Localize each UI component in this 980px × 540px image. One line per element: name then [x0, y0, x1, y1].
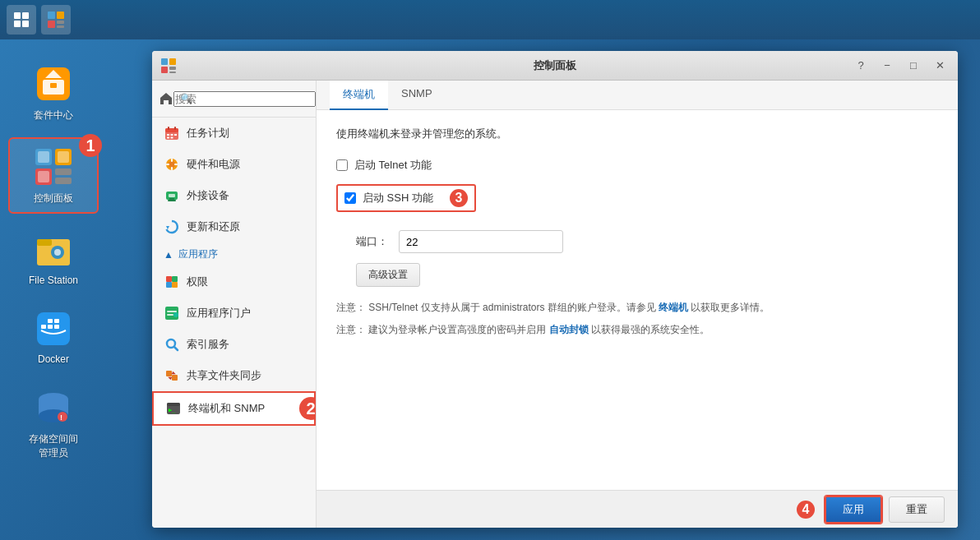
note2-text: 建议为登录帐户设置高强度的密码并启用	[368, 324, 548, 335]
ssh-row-wrapper: 启动 SSH 功能 3	[336, 184, 938, 220]
nav-item-index[interactable]: 索引服务	[152, 329, 316, 360]
bottom-bar: 4 应用 重置	[317, 490, 958, 528]
docker-label: Docker	[38, 353, 69, 365]
nav-item-portal[interactable]: 应用程序门户	[152, 298, 316, 329]
svg-rect-45	[167, 134, 169, 136]
file-station-icon	[32, 228, 75, 271]
port-label: 端口：	[356, 234, 389, 249]
sync-icon	[164, 367, 180, 384]
note2-prefix: 注意：	[336, 324, 366, 335]
svg-line-70	[174, 347, 178, 350]
svg-rect-29	[48, 319, 53, 323]
nav-item-terminal[interactable]: ▶_ 终端机和 SNMP 2	[152, 391, 316, 426]
svg-point-68	[173, 312, 178, 317]
svg-rect-6	[48, 21, 55, 28]
svg-rect-40	[169, 72, 176, 73]
svg-rect-16	[55, 168, 72, 175]
note1-link[interactable]: 终端机	[659, 302, 688, 313]
dock-item-storage[interactable]: ! 存储空间间 管理员	[8, 380, 99, 467]
main-content: 终端机 SNMP 使用终端机来登录并管理您的系统。 启动 Telnet 功能	[317, 81, 958, 528]
telnet-label: 启动 Telnet 功能	[354, 158, 432, 173]
svg-text:▶_: ▶_	[169, 407, 176, 413]
svg-rect-20	[38, 171, 49, 182]
port-input[interactable]	[399, 230, 563, 253]
tab-snmp[interactable]: SNMP	[388, 81, 446, 110]
advanced-button[interactable]: 高级设置	[356, 263, 420, 287]
update-label: 更新和还原	[187, 219, 240, 234]
svg-text:!: !	[60, 413, 62, 422]
nav-item-hardware[interactable]: 硬件和电源	[152, 149, 316, 180]
index-icon	[164, 336, 180, 353]
note1-prefix: 注意：	[336, 302, 366, 313]
svg-rect-53	[171, 167, 173, 170]
note2-link[interactable]: 自动封锁	[549, 324, 589, 335]
svg-rect-17	[55, 178, 72, 184]
nav-sidebar: 🔍	[152, 81, 317, 528]
apps-section-label: 应用程序	[178, 247, 218, 261]
index-label: 索引服务	[187, 337, 229, 352]
nav-search-wrap: 🔍	[173, 91, 316, 107]
window-titlebar: 控制面板 ? − □ ✕	[152, 51, 958, 81]
taskbar	[0, 0, 980, 39]
close-button[interactable]: ✕	[928, 57, 951, 75]
svg-point-51	[169, 161, 175, 168]
svg-rect-43	[168, 127, 169, 130]
tab-terminal[interactable]: 终端机	[330, 81, 388, 110]
nav-item-permission[interactable]: 权限	[152, 266, 316, 298]
svg-rect-72	[172, 375, 178, 381]
svg-rect-64	[172, 282, 178, 288]
terminal-icon: ▶_	[165, 400, 182, 417]
nav-item-sync[interactable]: 共享文件夹同步	[152, 360, 316, 391]
dock-item-file-station[interactable]: File Station	[8, 222, 99, 293]
ssh-checkbox[interactable]	[344, 192, 356, 204]
telnet-checkbox[interactable]	[336, 159, 348, 171]
dock-item-docker[interactable]: Docker	[8, 301, 99, 372]
svg-rect-55	[174, 164, 178, 165]
svg-rect-22	[37, 239, 52, 246]
svg-rect-26	[41, 325, 46, 329]
minimize-button[interactable]: −	[876, 57, 899, 75]
calendar-icon	[164, 125, 180, 141]
taskbar-app-grid[interactable]	[7, 5, 36, 35]
note2: 注意： 建议为登录帐户设置高强度的密码并启用 自动封锁 以获得最强的系统安全性。	[336, 322, 938, 338]
docker-icon	[32, 307, 75, 350]
svg-rect-1	[22, 12, 29, 19]
svg-rect-5	[57, 12, 64, 19]
reset-button[interactable]: 重置	[889, 496, 945, 523]
tab-bar: 终端机 SNMP	[317, 81, 958, 110]
svg-rect-58	[168, 200, 176, 201]
nav-item-task-schedule[interactable]: 任务计划	[152, 118, 316, 149]
apps-chevron: ▲	[164, 249, 173, 261]
ssh-row: 启动 SSH 功能 3	[336, 184, 476, 212]
step4-badge: 4	[797, 501, 815, 519]
taskbar-control-panel[interactable]	[41, 5, 71, 35]
ssh-label: 启动 SSH 功能	[363, 191, 433, 205]
window-body: 🔍	[152, 81, 958, 528]
apply-button[interactable]: 应用	[825, 496, 882, 524]
nav-scroll: 任务计划	[152, 118, 316, 528]
maximize-button[interactable]: □	[902, 57, 925, 75]
window-title: 控制面板	[534, 58, 576, 73]
step3-badge: 3	[450, 189, 468, 207]
svg-rect-4	[48, 12, 55, 19]
nav-item-external[interactable]: 外接设备	[152, 180, 316, 211]
dock: 套件中心 控制面板 1	[0, 39, 107, 540]
dock-item-control-panel[interactable]: 控制面板 1	[8, 137, 99, 214]
note2-suffix: 以获得最强的系统安全性。	[589, 324, 710, 335]
dock-item-package-center[interactable]: 套件中心	[8, 56, 99, 129]
telnet-row: 启动 Telnet 功能	[336, 155, 938, 176]
nav-section-apps[interactable]: ▲ 应用程序	[152, 242, 316, 266]
permission-label: 权限	[187, 275, 208, 289]
svg-rect-8	[57, 25, 64, 28]
svg-rect-62	[172, 276, 178, 282]
nav-home-button[interactable]	[159, 84, 173, 113]
svg-rect-46	[171, 134, 173, 136]
help-button[interactable]: ?	[849, 57, 872, 75]
svg-rect-19	[58, 151, 69, 163]
nav-item-update[interactable]: 更新和还原	[152, 211, 316, 242]
nav-search-input[interactable]	[173, 91, 316, 107]
package-center-label: 套件中心	[34, 108, 73, 122]
desktop: 套件中心 控制面板 1	[0, 39, 980, 540]
svg-rect-67	[167, 314, 173, 316]
sync-label: 共享文件夹同步	[187, 368, 261, 383]
